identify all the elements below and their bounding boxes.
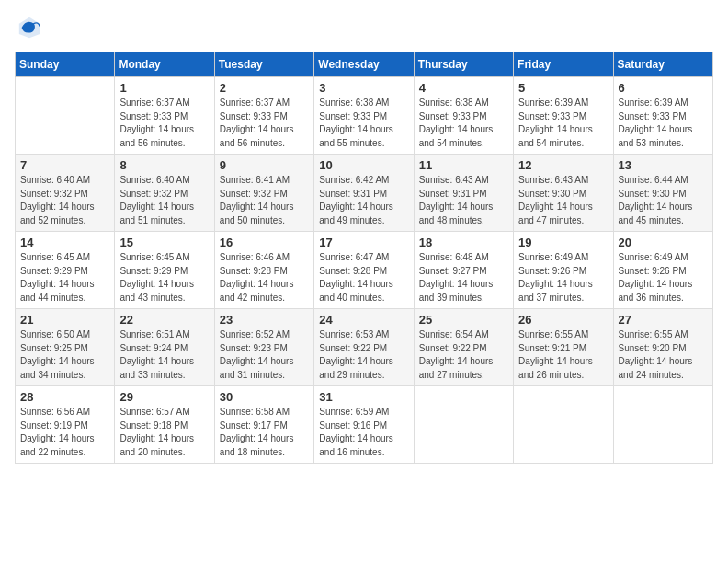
calendar-cell: 9Sunrise: 6:41 AM Sunset: 9:32 PM Daylig…: [214, 155, 313, 232]
day-number: 20: [619, 236, 708, 249]
cell-content: Sunrise: 6:55 AM Sunset: 9:21 PM Dayligh…: [518, 328, 608, 382]
cell-content: Sunrise: 6:53 AM Sunset: 9:22 PM Dayligh…: [319, 328, 408, 382]
cell-content: Sunrise: 6:40 AM Sunset: 9:32 PM Dayligh…: [20, 174, 109, 227]
calendar-header-row: SundayMondayTuesdayWednesdayThursdayFrid…: [16, 52, 713, 77]
day-number: 28: [20, 390, 109, 404]
calendar-cell: 16Sunrise: 6:46 AM Sunset: 9:28 PM Dayli…: [214, 232, 313, 309]
calendar-cell: 18Sunrise: 6:48 AM Sunset: 9:27 PM Dayli…: [414, 232, 513, 309]
header-thursday: Thursday: [414, 52, 513, 77]
day-number: 19: [518, 236, 608, 249]
header-saturday: Saturday: [613, 52, 712, 77]
day-number: 12: [518, 158, 608, 172]
header-sunday: Sunday: [16, 52, 115, 77]
cell-content: Sunrise: 6:39 AM Sunset: 9:33 PM Dayligh…: [619, 97, 708, 150]
cell-content: Sunrise: 6:45 AM Sunset: 9:29 PM Dayligh…: [20, 251, 109, 304]
calendar-cell: 25Sunrise: 6:54 AM Sunset: 9:22 PM Dayli…: [414, 309, 513, 386]
calendar-cell: [16, 77, 115, 155]
calendar-cell: 20Sunrise: 6:49 AM Sunset: 9:26 PM Dayli…: [613, 232, 712, 309]
cell-content: Sunrise: 6:37 AM Sunset: 9:33 PM Dayligh…: [119, 97, 209, 150]
day-number: 14: [20, 236, 109, 249]
cell-content: Sunrise: 6:38 AM Sunset: 9:33 PM Dayligh…: [319, 97, 408, 150]
day-number: 11: [419, 158, 508, 172]
cell-content: Sunrise: 6:52 AM Sunset: 9:23 PM Dayligh…: [220, 328, 309, 382]
header-monday: Monday: [115, 52, 214, 77]
calendar-cell: 27Sunrise: 6:55 AM Sunset: 9:20 PM Dayli…: [613, 309, 712, 386]
cell-content: Sunrise: 6:48 AM Sunset: 9:27 PM Dayligh…: [419, 251, 508, 304]
calendar-cell: 10Sunrise: 6:42 AM Sunset: 9:31 PM Dayli…: [314, 155, 414, 232]
calendar-cell: 15Sunrise: 6:45 AM Sunset: 9:29 PM Dayli…: [115, 232, 214, 309]
calendar-cell: 30Sunrise: 6:58 AM Sunset: 9:17 PM Dayli…: [214, 386, 313, 464]
page-header: [15, 15, 713, 40]
header-wednesday: Wednesday: [314, 52, 414, 77]
cell-content: Sunrise: 6:41 AM Sunset: 9:32 PM Dayligh…: [220, 174, 309, 227]
calendar-week-row: 1Sunrise: 6:37 AM Sunset: 9:33 PM Daylig…: [16, 77, 713, 155]
header-tuesday: Tuesday: [214, 52, 313, 77]
calendar-cell: 11Sunrise: 6:43 AM Sunset: 9:31 PM Dayli…: [414, 155, 513, 232]
day-number: 1: [119, 81, 209, 95]
calendar-cell: [514, 386, 613, 464]
calendar-cell: 14Sunrise: 6:45 AM Sunset: 9:29 PM Dayli…: [16, 232, 115, 309]
calendar-cell: 12Sunrise: 6:43 AM Sunset: 9:30 PM Dayli…: [514, 155, 613, 232]
cell-content: Sunrise: 6:40 AM Sunset: 9:32 PM Dayligh…: [119, 174, 209, 227]
logo: [15, 15, 42, 40]
calendar-week-row: 28Sunrise: 6:56 AM Sunset: 9:19 PM Dayli…: [16, 386, 713, 464]
day-number: 8: [119, 158, 209, 172]
cell-content: Sunrise: 6:59 AM Sunset: 9:16 PM Dayligh…: [319, 406, 408, 459]
calendar-cell: 22Sunrise: 6:51 AM Sunset: 9:24 PM Dayli…: [115, 309, 214, 386]
cell-content: Sunrise: 6:54 AM Sunset: 9:22 PM Dayligh…: [419, 328, 508, 382]
calendar-cell: 24Sunrise: 6:53 AM Sunset: 9:22 PM Dayli…: [314, 309, 414, 386]
day-number: 23: [220, 313, 309, 327]
calendar-cell: 19Sunrise: 6:49 AM Sunset: 9:26 PM Dayli…: [514, 232, 613, 309]
calendar-cell: 5Sunrise: 6:39 AM Sunset: 9:33 PM Daylig…: [514, 77, 613, 155]
calendar-cell: 3Sunrise: 6:38 AM Sunset: 9:33 PM Daylig…: [314, 77, 414, 155]
calendar-cell: 28Sunrise: 6:56 AM Sunset: 9:19 PM Dayli…: [16, 386, 115, 464]
cell-content: Sunrise: 6:44 AM Sunset: 9:30 PM Dayligh…: [619, 174, 708, 227]
day-number: 17: [319, 236, 408, 249]
day-number: 5: [518, 81, 608, 95]
day-number: 4: [419, 81, 508, 95]
calendar-cell: 7Sunrise: 6:40 AM Sunset: 9:32 PM Daylig…: [16, 155, 115, 232]
day-number: 21: [20, 313, 109, 327]
day-number: 26: [518, 313, 608, 327]
calendar-cell: 6Sunrise: 6:39 AM Sunset: 9:33 PM Daylig…: [613, 77, 712, 155]
cell-content: Sunrise: 6:43 AM Sunset: 9:30 PM Dayligh…: [518, 174, 608, 227]
calendar-cell: 29Sunrise: 6:57 AM Sunset: 9:18 PM Dayli…: [115, 386, 214, 464]
cell-content: Sunrise: 6:43 AM Sunset: 9:31 PM Dayligh…: [419, 174, 508, 227]
day-number: 31: [319, 390, 408, 404]
day-number: 29: [119, 390, 209, 404]
day-number: 6: [619, 81, 708, 95]
calendar-cell: [613, 386, 712, 464]
day-number: 27: [619, 313, 708, 327]
day-number: 18: [419, 236, 508, 249]
day-number: 7: [20, 158, 109, 172]
day-number: 10: [319, 158, 408, 172]
calendar-cell: 17Sunrise: 6:47 AM Sunset: 9:28 PM Dayli…: [314, 232, 414, 309]
calendar-cell: 21Sunrise: 6:50 AM Sunset: 9:25 PM Dayli…: [16, 309, 115, 386]
day-number: 2: [220, 81, 309, 95]
logo-icon: [17, 15, 42, 40]
cell-content: Sunrise: 6:46 AM Sunset: 9:28 PM Dayligh…: [220, 251, 309, 304]
cell-content: Sunrise: 6:58 AM Sunset: 9:17 PM Dayligh…: [220, 406, 309, 459]
cell-content: Sunrise: 6:50 AM Sunset: 9:25 PM Dayligh…: [20, 328, 109, 382]
calendar-week-row: 21Sunrise: 6:50 AM Sunset: 9:25 PM Dayli…: [16, 309, 713, 386]
day-number: 3: [319, 81, 408, 95]
calendar-cell: 2Sunrise: 6:37 AM Sunset: 9:33 PM Daylig…: [214, 77, 313, 155]
calendar-cell: 31Sunrise: 6:59 AM Sunset: 9:16 PM Dayli…: [314, 386, 414, 464]
cell-content: Sunrise: 6:49 AM Sunset: 9:26 PM Dayligh…: [619, 251, 708, 304]
calendar-cell: 23Sunrise: 6:52 AM Sunset: 9:23 PM Dayli…: [214, 309, 313, 386]
cell-content: Sunrise: 6:45 AM Sunset: 9:29 PM Dayligh…: [119, 251, 209, 304]
day-number: 9: [220, 158, 309, 172]
calendar-table: SundayMondayTuesdayWednesdayThursdayFrid…: [15, 52, 713, 464]
day-number: 30: [220, 390, 309, 404]
calendar-cell: 8Sunrise: 6:40 AM Sunset: 9:32 PM Daylig…: [115, 155, 214, 232]
calendar-week-row: 7Sunrise: 6:40 AM Sunset: 9:32 PM Daylig…: [16, 155, 713, 232]
day-number: 15: [119, 236, 209, 249]
day-number: 22: [119, 313, 209, 327]
cell-content: Sunrise: 6:57 AM Sunset: 9:18 PM Dayligh…: [119, 406, 209, 459]
calendar-cell: 26Sunrise: 6:55 AM Sunset: 9:21 PM Dayli…: [514, 309, 613, 386]
cell-content: Sunrise: 6:49 AM Sunset: 9:26 PM Dayligh…: [518, 251, 608, 304]
calendar-cell: 1Sunrise: 6:37 AM Sunset: 9:33 PM Daylig…: [115, 77, 214, 155]
calendar-cell: [414, 386, 513, 464]
cell-content: Sunrise: 6:55 AM Sunset: 9:20 PM Dayligh…: [619, 328, 708, 382]
cell-content: Sunrise: 6:42 AM Sunset: 9:31 PM Dayligh…: [319, 174, 408, 227]
